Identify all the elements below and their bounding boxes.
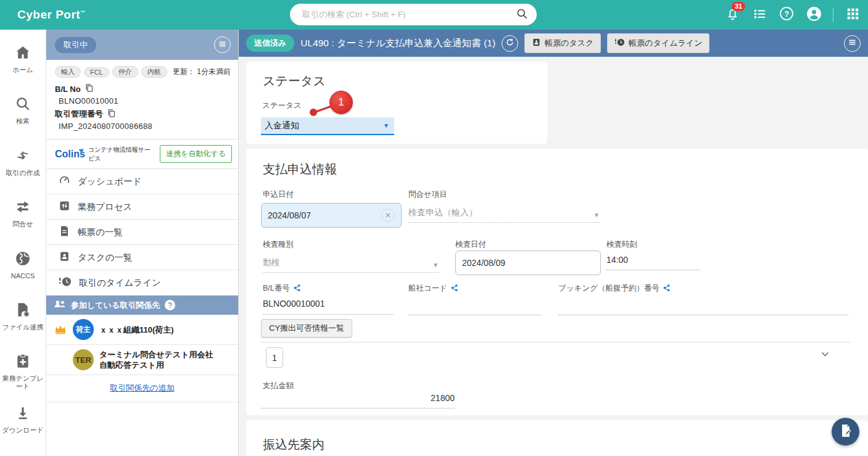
document-area: 送信済み UL490 : ターミナル支払申込兼入金通知書 (1) 帳票のタスク … — [239, 30, 868, 456]
rail-item-inquiry[interactable]: 問合せ — [0, 199, 46, 250]
search-icon[interactable] — [516, 7, 528, 22]
panel-menu-button[interactable] — [214, 36, 231, 53]
file-gear-icon — [15, 302, 31, 320]
transaction-panel: 取引中 輸入 FCL 仲介 内航 更新： 1分未満前 B/L No BLNO00… — [46, 30, 239, 456]
document-tasks-button[interactable]: 帳票のタスク — [524, 33, 601, 53]
create-transaction-icon — [15, 147, 31, 166]
cy-availability-button[interactable]: CY搬出可否情報一覧 — [261, 319, 352, 338]
rail-item-create-transaction[interactable]: 取引の作成 — [0, 147, 46, 199]
terminal-avatar: TER — [73, 349, 94, 370]
transfer-destination-section: 振込先案内 — [246, 420, 868, 456]
clear-date-icon[interactable]: ✕ — [381, 209, 395, 222]
inspection-time-label: 検査時刻 — [606, 239, 637, 250]
document-icon — [59, 225, 70, 239]
sidebar-item-dashboard[interactable]: ダッシュボード — [46, 169, 238, 194]
rail-item-naccs[interactable]: NACCS — [0, 251, 46, 302]
share-icon[interactable] — [293, 284, 301, 294]
partners-help-icon[interactable]: ? — [165, 300, 175, 310]
payment-application-section: 支払申込情報 申込日付 2024/08/07 ✕ 問合せ項目 検査申込（輸入） … — [246, 149, 868, 415]
panel-menu: ダッシュボード 業務プロセス 帳票の一覧 タスクの一覧 取引のタイムライン — [46, 169, 238, 296]
automate-link-button[interactable]: 連携を自動化する — [160, 145, 232, 163]
hamburger-icon — [218, 39, 227, 51]
colins-section: Colins コンテナ物流情報サービス 連携を自動化する — [46, 139, 238, 169]
sidebar-item-business-process[interactable]: 業務プロセス — [46, 194, 238, 220]
payment-amount-field[interactable]: 21800 — [261, 393, 455, 408]
gauge-icon — [59, 175, 70, 188]
timeline-clock-icon — [614, 38, 625, 49]
rail-item-home[interactable]: ホーム — [0, 44, 46, 96]
search-input[interactable] — [302, 10, 516, 19]
apps-grid-icon — [846, 7, 859, 23]
tag-import: 輸入 — [55, 66, 81, 78]
status-field-label: ステータス — [262, 101, 302, 111]
rail-item-download[interactable]: ダウンロード — [0, 405, 46, 456]
inspection-date-label: 検査日付 — [455, 239, 486, 250]
rail-item-file-link[interactable]: ファイル連携 — [0, 302, 46, 353]
inspection-type-label: 検査種別 — [263, 239, 294, 250]
app-root: Cyber Port™ 31 ? — [0, 0, 868, 456]
booking-number-field[interactable] — [558, 299, 848, 315]
transfer-heading: 振込先案内 — [263, 436, 324, 453]
tag-domestic: 内航 — [141, 66, 167, 78]
rail-item-business-template[interactable]: 業務テンプレート — [0, 353, 46, 404]
timeline-clock-icon — [59, 276, 72, 289]
transaction-info: 輸入 FCL 仲介 内航 更新： 1分未満前 B/L No BLNO000100… — [46, 60, 238, 139]
inspection-time-field[interactable]: 14:00 — [606, 255, 700, 270]
document-timeline-button[interactable]: 帳票のタイムライン — [607, 33, 709, 53]
share-icon[interactable] — [663, 284, 671, 294]
apps-grid-button[interactable] — [845, 7, 861, 23]
add-partner-link[interactable]: 取引関係先の追加 — [110, 383, 174, 392]
carrier-code-field[interactable] — [408, 299, 541, 315]
share-icon[interactable] — [450, 284, 458, 294]
transaction-search[interactable] — [290, 4, 537, 25]
carrier-code-label-row: 船社コード — [408, 283, 458, 294]
apply-date-input[interactable]: 2024/08/07 ✕ — [261, 203, 402, 228]
refresh-button[interactable] — [502, 35, 518, 52]
notifications-button[interactable]: 31 — [724, 7, 740, 23]
sidebar-item-transaction-timeline[interactable]: 取引のタイムライン — [46, 270, 238, 296]
payment-heading: 支払申込情報 — [263, 161, 337, 178]
people-icon — [54, 299, 66, 311]
copy-icon[interactable] — [85, 83, 94, 94]
account-button[interactable] — [806, 7, 822, 23]
partner-row-terminal[interactable]: TER ターミナル問合せテスト用会社 自動応答テスト用 — [46, 345, 238, 375]
sidebar-item-task-list[interactable]: タスクの一覧 — [46, 245, 238, 270]
status-section: ステータス ステータス 入金通知 ▼ 1 — [246, 62, 547, 144]
edit-document-fab[interactable] — [832, 418, 859, 446]
chevron-down-icon[interactable] — [820, 349, 830, 362]
nav-rail: ホーム 検索 取引の作成 問合せ NACCS ファイル連携 — [0, 30, 46, 456]
document-pencil-icon — [838, 423, 853, 441]
task-list-button[interactable] — [751, 7, 767, 23]
payment-amount-label: 支払金額 — [263, 381, 294, 391]
sidebar-item-document-list[interactable]: 帳票の一覧 — [46, 220, 238, 245]
document-header: 送信済み UL490 : ターミナル支払申込兼入金通知書 (1) 帳票のタスク … — [239, 30, 868, 57]
task-badge-icon — [59, 251, 70, 264]
colins-caption: コンテナ物流情報サービス — [88, 146, 157, 163]
document-title: UL490 : ターミナル支払申込兼入金通知書 (1) — [300, 37, 495, 50]
section-divider — [260, 342, 851, 342]
logo-trademark: ™ — [80, 10, 86, 15]
process-icon — [59, 200, 70, 213]
apply-date-label: 申込日付 — [263, 189, 294, 200]
document-menu-button[interactable] — [844, 35, 861, 52]
inspection-type-select: 動検 ▼ — [263, 257, 439, 273]
partners-header: 参加している取引関係先 ? — [46, 296, 238, 315]
copy-icon[interactable] — [107, 109, 116, 120]
notification-badge: 31 — [732, 2, 745, 11]
naccs-globe-icon — [15, 251, 31, 269]
status-select[interactable]: 入金通知 ▼ — [261, 117, 394, 135]
tag-fcl: FCL — [84, 67, 109, 77]
inspection-date-input[interactable]: 2024/08/09 — [455, 251, 601, 275]
clipboard-plus-icon — [15, 353, 31, 371]
caret-down-icon: ▼ — [593, 212, 600, 218]
transaction-status-pill: 取引中 — [55, 37, 96, 53]
bl-number-field[interactable]: BLNO00010001 — [263, 299, 393, 315]
cyberport-logo: Cyber Port™ — [17, 8, 86, 22]
rail-item-search[interactable]: 検索 — [0, 96, 46, 147]
partner-row-shipper[interactable]: 荷主 ｘｘｘ組織110(荷主) — [46, 315, 238, 345]
terminal-name: ターミナル問合せテスト用会社 自動応答テスト用 — [99, 349, 213, 370]
task-badge-icon — [532, 38, 541, 49]
txn-no-label-row: 取引管理番号 — [55, 109, 231, 120]
help-button[interactable]: ? — [779, 7, 795, 23]
shipper-avatar: 荷主 — [73, 319, 94, 340]
